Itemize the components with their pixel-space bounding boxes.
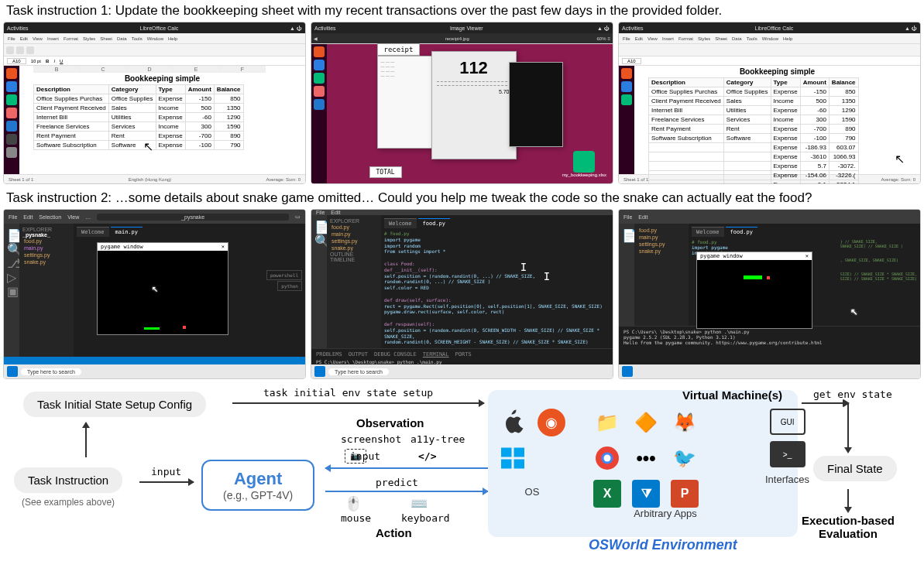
- cell[interactable]: Expense: [771, 162, 800, 171]
- tab-welcome[interactable]: Welcome: [77, 227, 109, 237]
- cell[interactable]: Sales: [108, 104, 156, 113]
- term-tab[interactable]: TERMINAL: [423, 351, 449, 358]
- editor-area[interactable]: Welcome food.py # food.py import pygame …: [689, 224, 920, 326]
- cell[interactable]: 1590: [214, 122, 243, 132]
- cell[interactable]: [723, 143, 771, 152]
- menu-file[interactable]: File: [316, 210, 325, 215]
- menu-window[interactable]: Window: [761, 36, 780, 41]
- menu-file[interactable]: File: [9, 214, 17, 220]
- firefox-icon[interactable]: [621, 81, 632, 92]
- tab-food[interactable]: food.py: [726, 227, 758, 237]
- cell[interactable]: 1350: [829, 97, 858, 106]
- cell[interactable]: Rent: [108, 132, 156, 141]
- th[interactable]: Category: [723, 78, 771, 87]
- cell[interactable]: Expense: [771, 106, 800, 115]
- cell[interactable]: [723, 152, 771, 162]
- cell[interactable]: Services: [108, 122, 156, 132]
- search-icon[interactable]: 🔍: [314, 234, 324, 243]
- cell[interactable]: Expense: [156, 113, 185, 122]
- cell[interactable]: Office Supplies: [723, 87, 771, 97]
- cell[interactable]: -700: [800, 125, 829, 134]
- code-content[interactable]: # food.pyimport pygameimport randomfrom …: [384, 231, 610, 345]
- file-item[interactable]: snake.py: [330, 245, 378, 251]
- file-item[interactable]: food.py: [22, 238, 70, 245]
- outline-section[interactable]: OUTLINE: [330, 251, 378, 257]
- menu-view[interactable]: View: [31, 36, 44, 41]
- cell[interactable]: 1350: [214, 104, 243, 113]
- cell[interactable]: Expense: [771, 87, 800, 97]
- cell[interactable]: Internet Bill: [34, 113, 109, 122]
- zoom-level[interactable]: 60%: [596, 36, 606, 41]
- underline-button[interactable]: U: [60, 59, 63, 63]
- menu-file[interactable]: File: [623, 214, 632, 220]
- close-icon[interactable]: ✕: [805, 253, 809, 259]
- cell[interactable]: 300: [185, 122, 214, 132]
- th-category[interactable]: Category: [108, 85, 156, 94]
- tab-welcome[interactable]: Welcome: [384, 218, 417, 228]
- cell[interactable]: Rent: [723, 125, 771, 134]
- cell[interactable]: 790: [214, 141, 243, 150]
- th-description[interactable]: Description: [34, 85, 109, 94]
- cell[interactable]: -100: [800, 134, 829, 143]
- cell[interactable]: Internet Bill: [649, 106, 724, 115]
- file-item[interactable]: food.py: [637, 227, 685, 234]
- cell[interactable]: Expense: [771, 125, 800, 134]
- cell[interactable]: -3072.: [829, 162, 858, 171]
- cell[interactable]: Client Payment Received: [649, 97, 724, 106]
- col-header[interactable]: D: [126, 66, 173, 73]
- menu-view[interactable]: View: [646, 36, 659, 41]
- file-item[interactable]: food.py: [330, 224, 378, 231]
- cell[interactable]: [649, 180, 724, 185]
- col-header[interactable]: F: [219, 66, 266, 73]
- cell[interactable]: Software: [108, 141, 156, 150]
- cell[interactable]: Client Payment Received: [34, 104, 109, 113]
- menu-file[interactable]: File: [621, 36, 632, 41]
- viewer-canvas[interactable]: receipt — — —— — —— — —— — — 112 5.70 TO…: [327, 44, 613, 183]
- cell[interactable]: Income: [771, 97, 800, 106]
- start-icon[interactable]: [314, 366, 325, 377]
- cell[interactable]: Expense: [771, 152, 800, 162]
- cell[interactable]: Expense: [156, 132, 185, 141]
- timeline-section[interactable]: TIMELINE: [330, 257, 378, 262]
- cell-ref[interactable]: A10: [7, 58, 26, 64]
- menu-sheet[interactable]: Sheet: [98, 36, 114, 41]
- th-balance[interactable]: Balance: [214, 85, 243, 94]
- files-icon[interactable]: [621, 68, 632, 79]
- pygame-window[interactable]: pygame window✕: [696, 251, 812, 329]
- cell[interactable]: 850: [214, 94, 243, 104]
- receipt-card-main[interactable]: 112 5.70: [431, 51, 517, 159]
- cell[interactable]: Office Supplies Purchas: [649, 87, 724, 97]
- desktop-file-icon[interactable]: my_bookkeeping.xlsx: [562, 151, 606, 177]
- table-row[interactable]: Office Supplies PurchasOffice SuppliesEx…: [649, 87, 859, 97]
- menu-edit[interactable]: Edit: [638, 214, 647, 220]
- table-row[interactable]: Expense-154.06-3226.(: [649, 171, 859, 180]
- cell[interactable]: Freelance Services: [649, 115, 724, 125]
- git-icon[interactable]: ⎇: [7, 256, 16, 265]
- cell[interactable]: 890: [829, 125, 858, 134]
- italic-button[interactable]: I: [53, 59, 55, 63]
- menu-data[interactable]: Data: [730, 36, 744, 41]
- search-icon[interactable]: 🔍: [7, 242, 16, 251]
- cell[interactable]: 1066.93: [829, 152, 858, 162]
- cell[interactable]: Utilities: [723, 106, 771, 115]
- table-row[interactable]: Office Supplies PurchasOffice SuppliesEx…: [34, 94, 244, 104]
- menu-format[interactable]: Format: [677, 36, 695, 41]
- cell[interactable]: -8.1: [800, 180, 829, 185]
- table-row[interactable]: Client Payment ReceivedSalesIncome500135…: [34, 104, 244, 113]
- menu-edit[interactable]: Edit: [634, 36, 644, 41]
- menu-styles[interactable]: Styles: [696, 36, 712, 41]
- editor-area[interactable]: Welcome food.py # food.pyimport pygameim…: [381, 215, 613, 348]
- cell[interactable]: -3610: [800, 152, 829, 162]
- explorer-icon[interactable]: 📄: [314, 220, 324, 229]
- th[interactable]: Description: [649, 78, 724, 87]
- cell[interactable]: -700: [185, 132, 214, 141]
- file-item[interactable]: settings.py: [330, 238, 378, 245]
- layout-icon[interactable]: ▭: [295, 214, 301, 220]
- firefox-icon[interactable]: [6, 81, 17, 92]
- file-item[interactable]: snake.py: [637, 248, 685, 255]
- apps-icon[interactable]: [6, 147, 17, 158]
- close-icon[interactable]: ✕: [222, 244, 225, 250]
- cell[interactable]: [723, 171, 771, 180]
- tab-welcome[interactable]: Welcome: [692, 227, 724, 237]
- cell[interactable]: Income: [156, 122, 185, 132]
